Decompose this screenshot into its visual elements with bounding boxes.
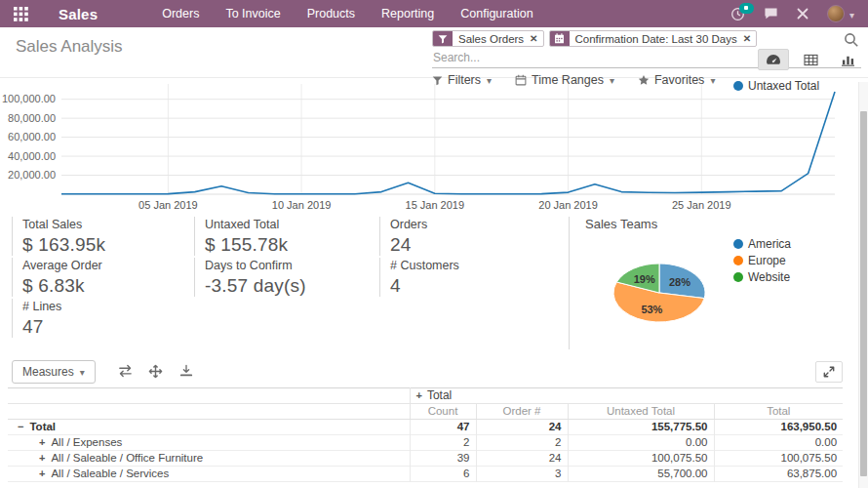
view-switcher xyxy=(758,49,863,70)
pivot-view-button[interactable] xyxy=(795,49,826,70)
pivot-cell: 155,775.50 xyxy=(568,420,714,435)
remove-facet-icon[interactable]: ✕ xyxy=(743,31,756,46)
row-label[interactable]: All / Saleable / Office Furniture xyxy=(51,452,203,464)
plus-icon[interactable]: + xyxy=(416,389,422,401)
pie-legend-america: America xyxy=(733,237,791,251)
svg-text:20 Jan 2019: 20 Jan 2019 xyxy=(538,199,598,211)
pie-legend-website: Website xyxy=(733,270,791,284)
kpi-total-sales: Total Sales$ 163.95k xyxy=(12,217,178,256)
top-menu: OrdersTo InvoiceProductsReportingConfigu… xyxy=(162,7,533,20)
pivot-cell: 55,700.00 xyxy=(568,467,714,482)
svg-text:19%: 19% xyxy=(634,273,655,285)
pivot-measure-untaxed-total[interactable]: Untaxed Total xyxy=(568,404,714,420)
page-title: Sales Analysis xyxy=(16,37,123,57)
measures-button[interactable]: Measures xyxy=(12,360,96,384)
messages-icon[interactable] xyxy=(764,7,778,20)
svg-text:40,000.00: 40,000.00 xyxy=(8,150,56,162)
legend-label: Europe xyxy=(748,254,786,267)
svg-text:28%: 28% xyxy=(669,276,690,288)
pivot-row-all-saleable-services: +All / Saleable / Services6355,700.0063,… xyxy=(8,467,843,482)
vertical-scrollbar[interactable] xyxy=(858,82,868,488)
row-label[interactable]: All / Expenses xyxy=(51,436,122,448)
scrollbar-thumb[interactable] xyxy=(860,111,867,476)
pivot-cell: 24 xyxy=(476,451,568,467)
svg-text:25 Jan 2019: 25 Jan 2019 xyxy=(672,199,731,211)
kpi-label: # Customers xyxy=(390,259,545,272)
svg-text:80,000.00: 80,000.00 xyxy=(8,112,56,124)
legend-dot xyxy=(733,239,743,249)
kpi-lines: # Lines47 xyxy=(12,299,178,338)
download-icon[interactable] xyxy=(179,364,193,378)
kpi-label: Total Sales xyxy=(22,218,178,231)
expand-icon[interactable]: + xyxy=(39,468,45,479)
kpi-customers: # Customers4 xyxy=(379,258,545,297)
kpi-label: Untaxed Total xyxy=(205,218,360,231)
remove-facet-icon[interactable]: ✕ xyxy=(530,31,542,46)
close-icon[interactable] xyxy=(797,8,809,20)
kpi-label: Days to Confirm xyxy=(205,259,360,272)
flip-axis-icon[interactable] xyxy=(117,364,134,378)
expand-all-icon[interactable] xyxy=(148,364,163,379)
facet-row: Sales Orders✕Confirmation Date: Last 30 … xyxy=(432,30,861,47)
app-title[interactable]: Sales xyxy=(59,6,98,22)
pivot-measure-order[interactable]: Order # xyxy=(476,404,568,420)
expand-icon[interactable]: + xyxy=(39,452,45,464)
kpi-value: $ 155.78k xyxy=(205,234,360,256)
kpi-value: $ 6.83k xyxy=(22,275,178,297)
topbar-right xyxy=(730,5,854,22)
pivot-empty-header xyxy=(8,404,410,420)
legend-label: Website xyxy=(748,270,790,284)
svg-text:05 Jan 2019: 05 Jan 2019 xyxy=(138,199,198,211)
kpi-untaxed-total: Untaxed Total$ 155.78k xyxy=(194,217,360,256)
svg-text:53%: 53% xyxy=(641,304,662,315)
pivot-toolbar: Measures xyxy=(0,357,868,387)
menu-orders[interactable]: Orders xyxy=(162,7,199,20)
facet-label: Sales Orders xyxy=(453,31,530,46)
apps-grid-icon[interactable] xyxy=(6,0,35,27)
pivot-cell: 100,075.50 xyxy=(568,451,714,467)
search-facet-sales-orders: Sales Orders✕ xyxy=(432,30,544,47)
legend-dot xyxy=(733,256,743,265)
pivot-measure-count[interactable]: Count xyxy=(410,404,476,420)
menu-configuration[interactable]: Configuration xyxy=(460,7,533,20)
control-panel: Sales Analysis Sales Orders✕Confirmation… xyxy=(0,27,868,78)
legend-label: America xyxy=(748,237,791,251)
legend-dot xyxy=(733,272,743,282)
row-label[interactable]: All / Saleable / Services xyxy=(51,468,169,479)
pivot-cell: 2 xyxy=(476,435,568,451)
menu-products[interactable]: Products xyxy=(307,7,355,20)
user-menu[interactable] xyxy=(827,5,854,22)
group-header-label: Total xyxy=(427,388,452,402)
activity-badge xyxy=(739,3,754,14)
pivot-cell: 39 xyxy=(410,451,476,467)
facet-label: Confirmation Date: Last 30 Days xyxy=(570,31,743,46)
section-divider xyxy=(569,217,570,349)
svg-text:100,000.00: 100,000.00 xyxy=(2,93,56,104)
fullscreen-icon[interactable] xyxy=(815,361,843,383)
kpi-orders: Orders24 xyxy=(379,217,545,256)
measures-label: Measures xyxy=(22,365,74,379)
kpi-value: 4 xyxy=(390,275,545,297)
svg-text:60,000.00: 60,000.00 xyxy=(8,131,56,142)
pivot-row-all-saleable-office-furniture: +All / Saleable / Office Furniture392410… xyxy=(8,451,843,467)
pivot-table-wrap: +Total CountOrder #Untaxed TotalTotal −T… xyxy=(8,387,843,482)
menu-to-invoice[interactable]: To Invoice xyxy=(225,7,280,20)
kpi-average-order: Average Order$ 6.83k xyxy=(12,258,178,297)
pivot-measure-total[interactable]: Total xyxy=(714,404,843,420)
kpi-label: Orders xyxy=(390,218,545,231)
pivot-cell: 163,950.50 xyxy=(714,420,843,435)
bar-chart-view-button[interactable] xyxy=(832,49,863,70)
expand-icon[interactable]: + xyxy=(39,436,45,448)
chevron-down-icon xyxy=(849,5,854,22)
row-label[interactable]: Total xyxy=(29,421,56,432)
dashboard-view-button[interactable] xyxy=(758,49,789,70)
sales-teams-pie-chart: 28%53%19% xyxy=(585,248,736,340)
pivot-column-group-header[interactable]: +Total xyxy=(410,388,843,404)
activities-clock-icon[interactable] xyxy=(730,7,745,21)
pivot-cell: 6 xyxy=(410,467,476,482)
sales-analysis-dashboard: Sales OrdersTo InvoiceProductsReportingC… xyxy=(0,0,868,488)
chevron-down-icon xyxy=(80,365,85,379)
menu-reporting[interactable]: Reporting xyxy=(381,7,434,20)
collapse-icon[interactable]: − xyxy=(18,421,23,432)
kpi-value: 24 xyxy=(390,234,545,256)
